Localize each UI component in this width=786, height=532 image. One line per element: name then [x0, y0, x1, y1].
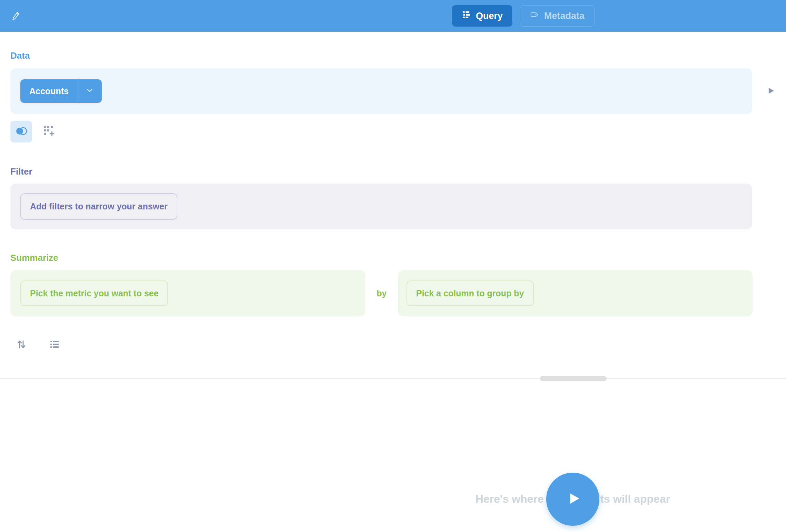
sort-icon	[16, 339, 27, 351]
run-query-button[interactable]	[546, 473, 599, 526]
custom-column-icon	[43, 125, 55, 138]
data-section-title: Data	[10, 50, 30, 61]
list-icon	[49, 339, 60, 351]
group-by-connector-label: by	[366, 288, 397, 298]
pane-divider	[0, 378, 786, 379]
notebook-icon	[462, 10, 471, 22]
editor-tab-group: Query Metadata	[452, 5, 595, 27]
play-icon	[766, 86, 776, 97]
header-bar: Query Metadata	[0, 0, 786, 32]
edit-pencil-icon[interactable]	[10, 10, 22, 21]
summarize-section-title: Summarize	[10, 253, 58, 263]
sort-step-button[interactable]	[15, 339, 28, 351]
custom-column-button[interactable]	[42, 125, 56, 139]
pane-resize-handle[interactable]	[540, 376, 607, 381]
data-source-button[interactable]: Accounts	[20, 79, 102, 103]
preview-step-button[interactable]	[765, 85, 777, 98]
pick-group-column-button[interactable]: Pick a column to group by	[406, 280, 534, 306]
label-icon	[530, 10, 539, 22]
tab-query-label: Query	[476, 11, 503, 21]
query-builder-page: Query Metadata Data Accounts	[0, 0, 786, 532]
data-source-label[interactable]: Accounts	[20, 79, 78, 103]
pick-metric-button[interactable]: Pick the metric you want to see	[20, 280, 168, 306]
filter-step-container: Add filters to narrow your answer	[10, 184, 752, 229]
tab-query[interactable]: Query	[452, 5, 512, 27]
summarize-metric-container: Pick the metric you want to see	[10, 270, 365, 316]
play-icon	[564, 491, 582, 508]
tab-metadata[interactable]: Metadata	[520, 5, 595, 27]
summarize-groupby-container: Pick a column to group by	[398, 270, 753, 316]
chevron-down-icon	[85, 86, 94, 96]
data-source-caret[interactable]	[78, 79, 102, 103]
join-venn-icon	[14, 126, 28, 137]
row-limit-step-button[interactable]	[48, 339, 61, 351]
filter-section-title: Filter	[10, 166, 32, 177]
add-filter-button[interactable]: Add filters to narrow your answer	[20, 193, 177, 220]
data-step-container: Accounts	[10, 68, 752, 114]
join-data-button[interactable]	[10, 121, 32, 142]
tab-metadata-label: Metadata	[544, 11, 584, 21]
